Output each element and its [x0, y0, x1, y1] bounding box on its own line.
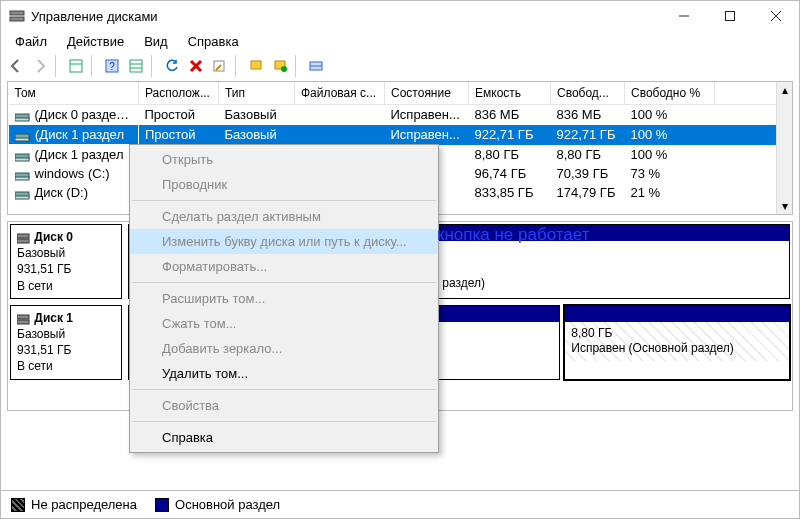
- svg-rect-24: [15, 138, 29, 141]
- maximize-button[interactable]: [707, 1, 753, 31]
- svg-rect-33: [17, 315, 29, 319]
- col-type[interactable]: Тип: [219, 82, 295, 105]
- help-button[interactable]: ?: [101, 55, 123, 77]
- unallocated-swatch-icon: [11, 498, 25, 512]
- context-menu-item: Добавить зеркало...: [130, 336, 438, 361]
- app-icon: [9, 8, 25, 24]
- context-menu-item: Свойства: [130, 393, 438, 418]
- minimize-button[interactable]: [661, 1, 707, 31]
- svg-rect-30: [15, 196, 29, 199]
- list-scrollbar[interactable]: ▴ ▾: [776, 82, 792, 214]
- scroll-up-icon[interactable]: ▴: [777, 82, 793, 98]
- toolbar: ?: [1, 51, 799, 81]
- disk-header[interactable]: Диск 1Базовый931,51 ГБВ сети: [10, 305, 122, 380]
- col-layout[interactable]: Располож...: [139, 82, 219, 105]
- context-menu-item: Изменить букву диска или путь к диску...: [130, 229, 438, 254]
- back-button[interactable]: [5, 55, 27, 77]
- settings-button[interactable]: [305, 55, 327, 77]
- view-detail-button[interactable]: [125, 55, 147, 77]
- forward-button[interactable]: [29, 55, 51, 77]
- action-button[interactable]: [269, 55, 291, 77]
- context-menu-item[interactable]: Справка: [130, 425, 438, 450]
- context-menu-item: Сделать раздел активным: [130, 204, 438, 229]
- col-capacity[interactable]: Емкость: [469, 82, 551, 105]
- volume-icon: [15, 131, 31, 141]
- svg-rect-28: [15, 177, 29, 180]
- context-menu-item: Форматировать...: [130, 254, 438, 279]
- svg-rect-22: [15, 118, 29, 121]
- refresh-button[interactable]: [161, 55, 183, 77]
- partition[interactable]: 8,80 ГБИсправен (Основной раздел): [564, 305, 790, 380]
- legend-primary: Основной раздел: [155, 497, 280, 513]
- menu-action[interactable]: Действие: [57, 33, 134, 50]
- svg-text:?: ?: [109, 61, 115, 72]
- menubar: Файл Действие Вид Справка: [1, 31, 799, 51]
- delete-button[interactable]: [185, 55, 207, 77]
- volume-icon: [15, 111, 31, 121]
- menu-help[interactable]: Справка: [178, 33, 249, 50]
- volume-icon: [15, 170, 31, 180]
- col-fs[interactable]: Файловая с...: [295, 82, 385, 105]
- menu-file[interactable]: Файл: [5, 33, 57, 50]
- legend-unallocated: Не распределена: [11, 497, 137, 513]
- disk-header[interactable]: Диск 0Базовый931,51 ГБВ сети: [10, 224, 122, 299]
- scroll-down-icon[interactable]: ▾: [777, 198, 793, 214]
- window-title: Управление дисками: [31, 9, 158, 24]
- svg-rect-26: [15, 158, 29, 161]
- col-status[interactable]: Состояние: [385, 82, 469, 105]
- volume-icon: [15, 189, 31, 199]
- svg-rect-31: [17, 234, 29, 238]
- svg-rect-16: [251, 61, 261, 69]
- properties-button[interactable]: [209, 55, 231, 77]
- svg-rect-6: [70, 60, 82, 72]
- menu-view[interactable]: Вид: [134, 33, 178, 50]
- titlebar: Управление дисками: [1, 1, 799, 31]
- view-list-button[interactable]: [65, 55, 87, 77]
- context-menu-item[interactable]: Удалить том...: [130, 361, 438, 386]
- columns-header[interactable]: Том Располож... Тип Файловая с... Состоя…: [9, 82, 792, 105]
- annotation-text: кнопка не работает: [437, 225, 590, 245]
- col-volume[interactable]: Том: [9, 82, 139, 105]
- volume-row[interactable]: (Диск 0 раздел 2) ПростойБазовыйИсправен…: [9, 105, 792, 125]
- svg-rect-10: [130, 60, 142, 72]
- svg-rect-0: [10, 11, 24, 15]
- context-menu-item: Проводник: [130, 172, 438, 197]
- volume-row[interactable]: (Диск 1 раздел ПростойБазовыйИсправен...…: [9, 125, 792, 145]
- legend: Не распределена Основной раздел: [1, 490, 799, 518]
- wizard-button[interactable]: [245, 55, 267, 77]
- svg-point-18: [281, 66, 287, 72]
- col-free[interactable]: Свобод...: [551, 82, 625, 105]
- svg-rect-1: [10, 17, 24, 21]
- svg-rect-32: [17, 239, 29, 243]
- primary-swatch-icon: [155, 498, 169, 512]
- context-menu: ОткрытьПроводникСделать раздел активнымИ…: [129, 144, 439, 453]
- svg-rect-34: [17, 320, 29, 324]
- context-menu-item: Сжать том...: [130, 311, 438, 336]
- svg-rect-3: [726, 12, 735, 21]
- context-menu-item: Расширить том...: [130, 286, 438, 311]
- context-menu-item: Открыть: [130, 147, 438, 172]
- col-freepct[interactable]: Свободно %: [625, 82, 715, 105]
- partition-band: [565, 306, 789, 322]
- close-button[interactable]: [753, 1, 799, 31]
- volume-icon: [15, 151, 31, 161]
